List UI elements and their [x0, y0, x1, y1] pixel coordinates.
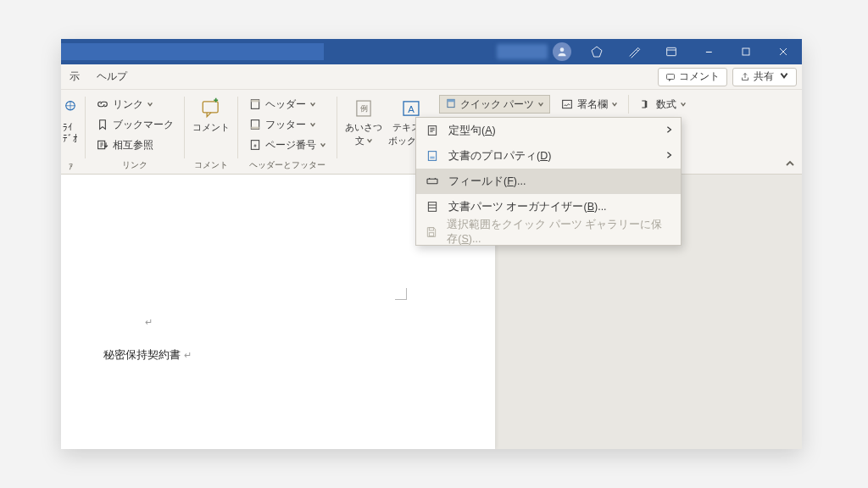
- submenu-arrow-icon: [665, 125, 672, 136]
- svg-rect-6: [203, 102, 218, 113]
- footer-icon: [248, 118, 262, 131]
- chevron-down-icon: [680, 98, 687, 110]
- ribbon-group-label-headerfooter: ヘッダーとフッター: [245, 158, 330, 174]
- footer-button[interactable]: フッター: [245, 115, 330, 134]
- bookmark-button[interactable]: ブックマーク: [92, 115, 177, 134]
- titlebar-address-box: [61, 43, 324, 60]
- svg-rect-25: [429, 228, 433, 230]
- ribbon-group-label-links: リンク: [92, 158, 177, 174]
- header-button[interactable]: ヘッダー: [245, 95, 330, 114]
- ribbon-group-media-partial: ﾗｲ ﾃﾞｵ ｱ: [61, 90, 85, 174]
- greeting-icon: 例: [351, 97, 376, 120]
- svg-rect-20: [428, 126, 436, 136]
- submenu-arrow-icon: [665, 150, 672, 162]
- greeting-line-button[interactable]: 例 あいさつ 文: [344, 95, 383, 149]
- save-icon: [425, 225, 438, 239]
- ribbon-mode-icon[interactable]: [653, 39, 690, 64]
- ribbon-group-links: リンク ブックマーク 相互参照: [86, 90, 184, 174]
- new-comment-icon: [198, 97, 224, 120]
- svg-rect-24: [428, 202, 436, 212]
- svg-rect-19: [563, 100, 572, 108]
- chevron-down-icon: [537, 98, 544, 110]
- menu-item-save-selection: 選択範囲をクイック パーツ ギャラリーに保存(S)...: [416, 219, 681, 245]
- equation-button[interactable]: 数式: [636, 95, 690, 114]
- svg-rect-23: [427, 179, 437, 183]
- cross-reference-icon: [96, 138, 109, 152]
- page-number-button[interactable]: # ページ番号: [245, 136, 330, 154]
- chevron-down-icon: [320, 139, 326, 151]
- svg-text:#: #: [254, 143, 257, 148]
- field-icon: [425, 175, 440, 188]
- comments-button[interactable]: コメント: [658, 68, 727, 86]
- bookmark-icon: [96, 118, 109, 131]
- svg-text:A: A: [408, 104, 415, 114]
- ribbon-group-header-footer: ヘッダー フッター # ページ番号: [238, 90, 337, 174]
- online-video-icon[interactable]: [63, 100, 78, 122]
- title-bar: −: [61, 39, 802, 64]
- svg-point-0: [560, 47, 565, 52]
- menu-item-building-blocks-organizer[interactable]: 文書パーツ オーガナイザー(B)...: [416, 194, 681, 219]
- link-button[interactable]: リンク: [92, 95, 177, 114]
- document-property-icon: [425, 149, 440, 163]
- ribbon-group-label-comments: コメント: [192, 158, 231, 174]
- menu-item-field[interactable]: フィールド(F)...: [416, 169, 681, 194]
- chevron-down-icon: [309, 119, 316, 130]
- document-title-text[interactable]: 秘密保持契約書 ↵: [103, 347, 192, 363]
- draw-icon[interactable]: [615, 39, 653, 64]
- ribbon-tabs-row: 示 ヘルプ コメント 共有: [61, 64, 802, 90]
- autotext-icon: [425, 124, 440, 137]
- header-icon: [248, 97, 262, 111]
- svg-rect-10: [251, 127, 259, 130]
- signature-line-button[interactable]: 署名欄: [557, 95, 621, 114]
- quick-parts-icon: [445, 97, 457, 112]
- collapse-ribbon-button[interactable]: [783, 157, 797, 170]
- close-button[interactable]: [765, 39, 802, 64]
- share-button-label: 共有: [754, 69, 774, 84]
- page-number-icon: #: [248, 138, 262, 152]
- svg-rect-1: [667, 47, 676, 55]
- quick-parts-menu: 定型句(A) 文書のプロパティ(D) フィールド(F)... 文書パーツ オーガ…: [415, 117, 682, 246]
- chevron-down-icon: [779, 70, 789, 83]
- svg-rect-3: [667, 74, 675, 79]
- svg-rect-2: [743, 48, 749, 55]
- tab-help[interactable]: ヘルプ: [88, 64, 136, 90]
- comments-button-label: コメント: [679, 69, 720, 84]
- quick-parts-button[interactable]: クイック パーツ: [439, 95, 550, 114]
- premium-icon[interactable]: [578, 39, 615, 64]
- menu-item-document-property[interactable]: 文書のプロパティ(D): [416, 143, 681, 169]
- svg-rect-26: [429, 233, 433, 236]
- user-avatar[interactable]: [553, 42, 571, 61]
- user-name-blurred: [497, 44, 548, 59]
- paragraph-mark: ↵: [145, 317, 153, 328]
- share-button[interactable]: 共有: [732, 68, 797, 86]
- svg-rect-18: [448, 99, 454, 102]
- organizer-icon: [425, 200, 440, 214]
- equation-icon: [639, 97, 653, 111]
- ribbon-group-comments: コメント コメント: [185, 90, 237, 174]
- maximize-button[interactable]: [727, 39, 765, 64]
- chevron-down-icon: [366, 136, 373, 147]
- signature-icon: [560, 97, 574, 111]
- chevron-down-icon: [309, 98, 316, 110]
- svg-rect-22: [430, 157, 434, 159]
- tab-view-partial[interactable]: 示: [61, 64, 88, 90]
- chevron-down-icon: [147, 98, 153, 110]
- cross-reference-button[interactable]: 相互参照: [92, 136, 177, 154]
- margin-crop-mark: [395, 288, 407, 300]
- chevron-down-icon: [611, 98, 618, 110]
- new-comment-button[interactable]: コメント: [192, 95, 231, 136]
- menu-item-autotext[interactable]: 定型句(A): [416, 118, 681, 143]
- link-icon: [96, 97, 109, 111]
- svg-rect-8: [251, 100, 259, 103]
- minimize-button[interactable]: −: [690, 39, 727, 64]
- svg-rect-21: [428, 152, 436, 161]
- svg-text:例: 例: [360, 104, 368, 113]
